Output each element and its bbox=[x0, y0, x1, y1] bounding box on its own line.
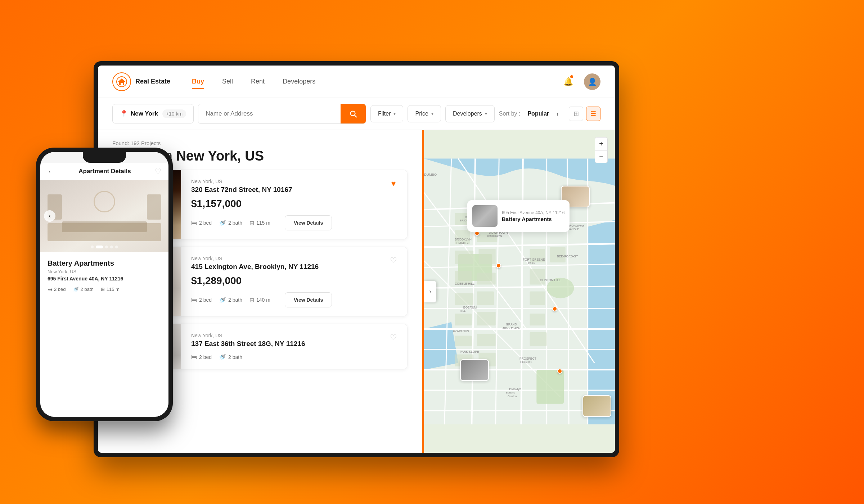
results-title-location: New York, US bbox=[176, 148, 264, 163]
svg-marker-2 bbox=[118, 78, 125, 82]
filter-button[interactable]: Filter ▾ bbox=[370, 105, 404, 122]
back-button[interactable]: ← bbox=[48, 167, 55, 176]
view-details-button[interactable]: View Details bbox=[285, 215, 332, 230]
listing-info: New York, US 415 Lexington Ave, Brooklyn… bbox=[181, 247, 407, 316]
phone-header: ← Apartment Details ♡ bbox=[40, 163, 168, 180]
view-details-button[interactable]: View Details bbox=[285, 292, 332, 307]
phone-frame: ← Apartment Details ♡ ‹ bbox=[36, 148, 173, 421]
phone-bath-label: 2 bath bbox=[81, 287, 94, 292]
list-view-button[interactable]: ☰ bbox=[586, 107, 600, 121]
developers-filter-button[interactable]: Developers ▾ bbox=[445, 105, 495, 122]
svg-text:HILL: HILL bbox=[460, 309, 465, 312]
sort-value[interactable]: Popular bbox=[527, 111, 549, 117]
svg-rect-53 bbox=[530, 332, 546, 346]
map-marker[interactable] bbox=[552, 306, 557, 311]
phone-apt-location: New York, US bbox=[48, 269, 161, 274]
map-popup-info: 695 First Avenue 40A, NY 11216 Battery A… bbox=[502, 210, 564, 222]
favorite-button[interactable]: ♡ bbox=[387, 331, 400, 344]
phone-content: Battery Apartments New York, US 695 Firs… bbox=[40, 252, 168, 417]
bell-button[interactable]: 🔔 bbox=[561, 75, 575, 89]
nav-rent[interactable]: Rent bbox=[251, 75, 265, 88]
phone-listing-image: ‹ bbox=[40, 180, 168, 252]
phone-title: Apartment Details bbox=[78, 168, 131, 175]
map-panel: › bbox=[424, 130, 615, 453]
filter-chevron-icon: ▾ bbox=[393, 111, 396, 116]
phone-image-dots bbox=[91, 246, 118, 248]
bed-count: 🛏 2 bed bbox=[191, 297, 212, 303]
svg-text:PROSPECT: PROSPECT bbox=[519, 357, 536, 360]
svg-text:GRAND: GRAND bbox=[506, 323, 517, 326]
nav-sell[interactable]: Sell bbox=[222, 75, 233, 88]
svg-text:BROADWAY: BROADWAY bbox=[567, 224, 585, 228]
svg-text:CLINTON HILL: CLINTON HILL bbox=[540, 278, 561, 282]
nav: Buy Sell Rent Developers bbox=[192, 75, 561, 88]
nav-developers[interactable]: Developers bbox=[283, 75, 315, 88]
zoom-out-button[interactable]: − bbox=[595, 150, 608, 163]
dot-5 bbox=[115, 246, 118, 248]
phone-area-label: 115 m bbox=[107, 287, 120, 292]
svg-text:ARMY PLAZA: ARMY PLAZA bbox=[503, 327, 520, 330]
listing-price: $1,157,000 bbox=[191, 198, 397, 210]
map-marker[interactable] bbox=[496, 263, 501, 268]
dot-1 bbox=[91, 246, 94, 248]
listing-price: $1,289,000 bbox=[191, 275, 397, 287]
phone-bed-label: 2 bed bbox=[54, 287, 66, 292]
location-selector[interactable]: 📍 New York +10 km bbox=[112, 104, 194, 123]
svg-rect-44 bbox=[530, 269, 545, 285]
map-toggle-button[interactable]: › bbox=[424, 281, 436, 302]
svg-text:PARK: PARK bbox=[528, 262, 535, 265]
header-actions: 🔔 👤 bbox=[561, 73, 600, 90]
bed-label: 2 bed bbox=[199, 354, 212, 360]
map-zoom-controls: + − bbox=[595, 137, 608, 163]
svg-text:HEIGHTS: HEIGHTS bbox=[520, 360, 532, 364]
phone-bed-count: 🛏 2 bed bbox=[48, 287, 66, 292]
svg-text:BOERUM: BOERUM bbox=[463, 306, 477, 309]
svg-text:PARK SLOPE: PARK SLOPE bbox=[460, 350, 479, 354]
bath-icon: 🚿 bbox=[219, 354, 226, 360]
svg-text:Botanic: Botanic bbox=[506, 391, 515, 394]
search-bar: 📍 New York +10 km Filter ▾ bbox=[98, 98, 615, 130]
search-input-wrapper bbox=[198, 104, 366, 124]
svg-text:GOWANUS: GOWANUS bbox=[453, 329, 469, 333]
search-button[interactable] bbox=[341, 104, 366, 123]
area-size: ⊞ 140 m bbox=[249, 297, 270, 303]
svg-rect-43 bbox=[477, 273, 496, 284]
phone-favorite-button[interactable]: ♡ bbox=[155, 167, 161, 176]
filter-label: Filter bbox=[378, 111, 391, 117]
notification-dot bbox=[570, 75, 573, 78]
avatar[interactable]: 👤 bbox=[584, 73, 600, 90]
svg-text:HEIGHTS: HEIGHTS bbox=[456, 241, 469, 244]
bath-count: 🚿 2 bath bbox=[219, 297, 242, 303]
svg-text:BROOKLYN: BROOKLYN bbox=[487, 234, 502, 238]
price-chevron-icon: ▾ bbox=[431, 111, 433, 116]
map-marker[interactable] bbox=[557, 369, 562, 374]
listing-address: 415 Lexington Ave, Brooklyn, NY 11216 bbox=[191, 263, 397, 271]
nav-buy[interactable]: Buy bbox=[192, 75, 204, 88]
listing-meta: 🛏 2 bed 🚿 2 bath ⊞ 140 bbox=[191, 297, 270, 303]
search-input[interactable] bbox=[198, 105, 341, 122]
location-value: New York bbox=[131, 110, 158, 117]
phone-bath-icon: 🚿 bbox=[73, 287, 79, 292]
favorite-button[interactable]: ♡ bbox=[387, 254, 400, 267]
developers-chevron-icon: ▾ bbox=[485, 111, 487, 116]
search-icon bbox=[349, 110, 357, 118]
svg-rect-46 bbox=[477, 292, 494, 305]
filter-group: Filter ▾ Price ▾ Developers ▾ bbox=[370, 105, 495, 122]
area-icon: ⊞ bbox=[249, 220, 254, 226]
location-pin-icon: 📍 bbox=[120, 110, 128, 118]
bed-count: 🛏 2 bed bbox=[191, 354, 212, 360]
svg-text:Garden: Garden bbox=[508, 395, 517, 398]
zoom-in-button[interactable]: + bbox=[595, 137, 608, 150]
sort-arrow-icon[interactable]: ↑ bbox=[556, 111, 559, 117]
area-size: ⊞ 115 m bbox=[249, 220, 270, 226]
price-filter-button[interactable]: Price ▾ bbox=[408, 105, 441, 122]
bed-label: 2 bed bbox=[199, 220, 212, 226]
phone-prev-button[interactable]: ‹ bbox=[44, 210, 55, 222]
bed-label: 2 bed bbox=[199, 297, 212, 303]
svg-rect-38 bbox=[455, 251, 473, 264]
bed-icon: 🛏 bbox=[191, 220, 197, 226]
listing-info: New York, US 137 East 36th Street 18G, N… bbox=[181, 324, 407, 369]
grid-view-button[interactable]: ⊞ bbox=[569, 107, 583, 121]
phone-bed-icon: 🛏 bbox=[48, 287, 52, 292]
favorite-button[interactable]: ♥ bbox=[387, 177, 400, 190]
